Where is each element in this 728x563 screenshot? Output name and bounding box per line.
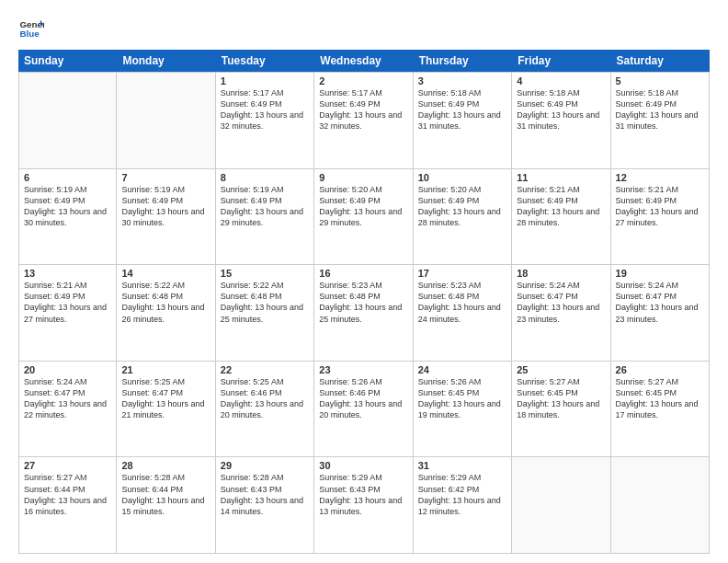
cell-info: Sunrise: 5:26 AMSunset: 6:46 PMDaylight:… [319,376,407,421]
calendar-cell: 7Sunrise: 5:19 AMSunset: 6:49 PMDaylight… [117,169,215,265]
day-number: 31 [418,460,506,471]
calendar-cell: 31Sunrise: 5:29 AMSunset: 6:42 PMDayligh… [414,457,512,553]
cell-info: Sunrise: 5:29 AMSunset: 6:43 PMDaylight:… [319,472,407,517]
cell-info: Sunrise: 5:27 AMSunset: 6:44 PMDaylight:… [24,472,111,517]
calendar-cell: 21Sunrise: 5:25 AMSunset: 6:47 PMDayligh… [117,362,215,457]
cell-info: Sunrise: 5:27 AMSunset: 6:45 PMDaylight:… [616,376,704,421]
day-header-saturday: Saturday [611,50,710,72]
day-number: 14 [121,268,210,279]
calendar-row-3: 20Sunrise: 5:24 AMSunset: 6:47 PMDayligh… [18,362,710,458]
cell-info: Sunrise: 5:21 AMSunset: 6:49 PMDaylight:… [24,280,111,325]
day-number: 28 [121,460,210,471]
day-number: 1 [221,75,309,86]
calendar-cell: 19Sunrise: 5:24 AMSunset: 6:47 PMDayligh… [611,265,710,361]
day-number: 6 [24,172,111,183]
day-number: 5 [616,75,704,86]
cell-info: Sunrise: 5:25 AMSunset: 6:46 PMDaylight:… [221,376,309,421]
calendar-cell [18,73,117,168]
calendar-cell: 16Sunrise: 5:23 AMSunset: 6:48 PMDayligh… [314,265,413,361]
calendar-cell: 24Sunrise: 5:26 AMSunset: 6:45 PMDayligh… [414,362,512,457]
calendar-cell: 28Sunrise: 5:28 AMSunset: 6:44 PMDayligh… [117,457,215,553]
calendar-cell: 30Sunrise: 5:29 AMSunset: 6:43 PMDayligh… [314,457,413,553]
calendar: SundayMondayTuesdayWednesdayThursdayFrid… [18,50,710,554]
calendar-cell: 2Sunrise: 5:17 AMSunset: 6:49 PMDaylight… [314,73,413,168]
cell-info: Sunrise: 5:18 AMSunset: 6:49 PMDaylight:… [616,87,704,132]
day-number: 24 [418,364,506,375]
cell-info: Sunrise: 5:27 AMSunset: 6:45 PMDaylight:… [517,376,605,421]
calendar-cell: 14Sunrise: 5:22 AMSunset: 6:48 PMDayligh… [117,265,215,361]
day-header-sunday: Sunday [18,50,117,72]
cell-info: Sunrise: 5:24 AMSunset: 6:47 PMDaylight:… [517,280,605,325]
cell-info: Sunrise: 5:19 AMSunset: 6:49 PMDaylight:… [121,184,210,229]
day-number: 26 [616,364,704,375]
cell-info: Sunrise: 5:24 AMSunset: 6:47 PMDaylight:… [24,376,111,421]
calendar-cell: 23Sunrise: 5:26 AMSunset: 6:46 PMDayligh… [314,362,413,457]
day-number: 25 [517,364,605,375]
calendar-cell [611,457,710,553]
calendar-cell: 18Sunrise: 5:24 AMSunset: 6:47 PMDayligh… [512,265,610,361]
calendar-cell: 25Sunrise: 5:27 AMSunset: 6:45 PMDayligh… [512,362,610,457]
day-number: 27 [24,460,111,471]
day-number: 23 [319,364,407,375]
day-number: 7 [121,172,210,183]
day-number: 19 [616,268,704,279]
day-header-wednesday: Wednesday [314,50,413,72]
day-number: 18 [517,268,605,279]
day-number: 8 [221,172,309,183]
day-header-friday: Friday [512,50,610,72]
svg-text:Blue: Blue [19,29,40,39]
day-header-tuesday: Tuesday [216,50,314,72]
calendar-cell: 26Sunrise: 5:27 AMSunset: 6:45 PMDayligh… [611,362,710,457]
cell-info: Sunrise: 5:29 AMSunset: 6:42 PMDaylight:… [418,472,506,517]
day-number: 13 [24,268,111,279]
calendar-cell: 15Sunrise: 5:22 AMSunset: 6:48 PMDayligh… [216,265,314,361]
cell-info: Sunrise: 5:28 AMSunset: 6:43 PMDaylight:… [221,472,309,517]
cell-info: Sunrise: 5:23 AMSunset: 6:48 PMDaylight:… [319,280,407,325]
cell-info: Sunrise: 5:20 AMSunset: 6:49 PMDaylight:… [418,184,506,229]
calendar-cell: 10Sunrise: 5:20 AMSunset: 6:49 PMDayligh… [414,169,512,265]
day-number: 9 [319,172,407,183]
calendar-cell: 29Sunrise: 5:28 AMSunset: 6:43 PMDayligh… [216,457,314,553]
day-number: 22 [221,364,309,375]
day-number: 2 [319,75,407,86]
calendar-header: SundayMondayTuesdayWednesdayThursdayFrid… [18,50,710,72]
calendar-cell: 3Sunrise: 5:18 AMSunset: 6:49 PMDaylight… [414,73,512,168]
cell-info: Sunrise: 5:20 AMSunset: 6:49 PMDaylight:… [319,184,407,229]
day-number: 11 [517,172,605,183]
cell-info: Sunrise: 5:22 AMSunset: 6:48 PMDaylight:… [221,280,309,325]
day-number: 4 [517,75,605,86]
cell-info: Sunrise: 5:18 AMSunset: 6:49 PMDaylight:… [418,87,506,132]
cell-info: Sunrise: 5:28 AMSunset: 6:44 PMDaylight:… [121,472,210,517]
calendar-cell: 22Sunrise: 5:25 AMSunset: 6:46 PMDayligh… [216,362,314,457]
calendar-cell: 27Sunrise: 5:27 AMSunset: 6:44 PMDayligh… [18,457,117,553]
day-number: 30 [319,460,407,471]
day-number: 20 [24,364,111,375]
calendar-cell: 20Sunrise: 5:24 AMSunset: 6:47 PMDayligh… [18,362,117,457]
calendar-cell: 12Sunrise: 5:21 AMSunset: 6:49 PMDayligh… [611,169,710,265]
day-header-monday: Monday [117,50,215,72]
cell-info: Sunrise: 5:23 AMSunset: 6:48 PMDaylight:… [418,280,506,325]
calendar-cell [117,73,215,168]
day-number: 17 [418,268,506,279]
calendar-row-1: 6Sunrise: 5:19 AMSunset: 6:49 PMDaylight… [18,169,710,266]
calendar-row-0: 1Sunrise: 5:17 AMSunset: 6:49 PMDaylight… [18,72,710,169]
cell-info: Sunrise: 5:19 AMSunset: 6:49 PMDaylight:… [24,184,111,229]
calendar-cell: 9Sunrise: 5:20 AMSunset: 6:49 PMDaylight… [314,169,413,265]
day-header-thursday: Thursday [414,50,512,72]
day-number: 10 [418,172,506,183]
cell-info: Sunrise: 5:18 AMSunset: 6:49 PMDaylight:… [517,87,605,132]
cell-info: Sunrise: 5:24 AMSunset: 6:47 PMDaylight:… [616,280,704,325]
calendar-row-2: 13Sunrise: 5:21 AMSunset: 6:49 PMDayligh… [18,265,710,362]
calendar-cell: 8Sunrise: 5:19 AMSunset: 6:49 PMDaylight… [216,169,314,265]
day-number: 21 [121,364,210,375]
calendar-cell: 11Sunrise: 5:21 AMSunset: 6:49 PMDayligh… [512,169,610,265]
cell-info: Sunrise: 5:21 AMSunset: 6:49 PMDaylight:… [616,184,704,229]
calendar-cell: 1Sunrise: 5:17 AMSunset: 6:49 PMDaylight… [216,73,314,168]
cell-info: Sunrise: 5:26 AMSunset: 6:45 PMDaylight:… [418,376,506,421]
day-number: 15 [221,268,309,279]
cell-info: Sunrise: 5:17 AMSunset: 6:49 PMDaylight:… [319,87,407,132]
calendar-cell: 6Sunrise: 5:19 AMSunset: 6:49 PMDaylight… [18,169,117,265]
calendar-cell [512,457,610,553]
cell-info: Sunrise: 5:22 AMSunset: 6:48 PMDaylight:… [121,280,210,325]
cell-info: Sunrise: 5:21 AMSunset: 6:49 PMDaylight:… [517,184,605,229]
